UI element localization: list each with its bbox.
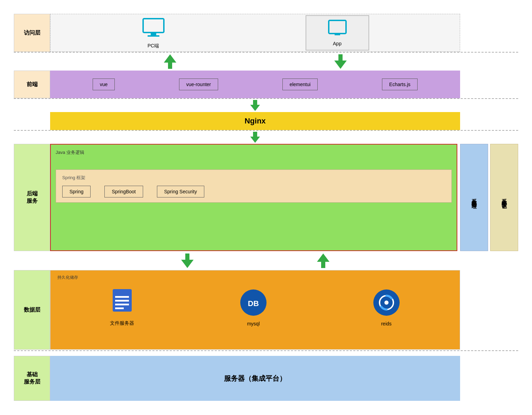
tech-vue-router: vue-rounter (179, 79, 218, 90)
security-panel: 系统安全认证 (490, 144, 518, 251)
arrow-down-2 (250, 100, 260, 111)
svg-point-13 (384, 301, 389, 305)
svg-text:DB: DB (248, 299, 259, 308)
svg-rect-2 (148, 35, 159, 37)
nginx-label: Nginx (244, 117, 265, 126)
access-label: 访问层 (14, 14, 50, 52)
svg-rect-8 (115, 304, 129, 305)
arrow-down-4 (181, 253, 194, 268)
svg-rect-6 (115, 296, 129, 298)
arrow-row-4 (14, 251, 518, 270)
base-label: 基础 服务层 (14, 356, 50, 401)
data-section: 持久化储存 文件服务器 (50, 270, 460, 350)
pc-device: PC端 (141, 17, 166, 49)
data-icons-row: 文件服务器 DB mysql (57, 287, 453, 330)
db-icon: DB (240, 289, 267, 317)
svg-rect-7 (115, 300, 129, 302)
arrow-row-3 (14, 131, 518, 144)
pc-label: PC端 (148, 43, 159, 49)
file-server-label: 文件服务器 (110, 320, 134, 326)
redis-item: reids (373, 289, 400, 326)
nginx-layer-row: Nginx (14, 112, 518, 130)
java-logic-label: Java 业务逻辑 (56, 149, 452, 156)
arrow-down-3 (250, 132, 260, 143)
file-server-item: 文件服务器 (110, 287, 134, 326)
data-label: 数据层 (14, 270, 50, 350)
access-layer-row: 访问层 PC端 (14, 14, 518, 52)
arrow-up-4 (317, 253, 329, 268)
frontend-section: vue vue-rounter elementui Echarts.js (50, 71, 460, 98)
tech-vue: vue (93, 79, 115, 90)
svg-rect-4 (335, 34, 340, 35)
svg-rect-1 (151, 33, 156, 35)
data-layer-row: 数据层 持久化储存 文件服务器 (14, 270, 518, 350)
access-right-spacer (460, 14, 518, 52)
frontend-label: 前端 (14, 71, 50, 98)
file-icon (111, 287, 133, 317)
tablet-icon (327, 19, 348, 39)
backend-section: Java 业务逻辑 Spring 框架 Spring SpringBoot Sp… (50, 144, 457, 251)
tech-elementui: elementui (282, 79, 318, 90)
persistence-label: 持久化储存 (57, 275, 453, 280)
svg-rect-3 (329, 20, 346, 34)
backend-layer-row: 后端 服务 Java 业务逻辑 Spring 框架 Spring SpringB… (14, 144, 518, 251)
spring-security-box: Spring Security (157, 186, 204, 197)
frontend-layer-row: 前端 vue vue-rounter elementui Echarts.js (14, 71, 518, 98)
auth-mgmt-panel: 系统权限管理 (460, 144, 488, 251)
svg-rect-9 (115, 307, 124, 309)
backend-label: 后端 服务 (14, 144, 50, 251)
access-section: PC端 App (50, 14, 460, 52)
monitor-icon (141, 17, 166, 41)
redis-icon (373, 289, 400, 317)
base-content: 服务器（集成平台） (50, 356, 460, 401)
arrow-row-2 (14, 99, 518, 112)
right-panels-backend: 系统权限管理 系统安全认证 (460, 144, 518, 251)
arrow-row-1 (14, 53, 518, 71)
svg-rect-0 (143, 19, 164, 33)
app-label: App (333, 41, 342, 46)
spring-boxes-row: Spring SpringBoot Spring Security (62, 186, 445, 197)
sep-4 (14, 350, 518, 351)
redis-label: reids (381, 321, 391, 326)
arrow-down-1 (334, 54, 347, 69)
server-label: 服务器（集成平台） (224, 374, 286, 383)
app-device: App (306, 15, 369, 50)
springboot-box: SpringBoot (104, 186, 143, 197)
nginx-section: Nginx (50, 112, 460, 130)
arrow-up-1 (164, 54, 176, 69)
spring-box: Spring (62, 186, 91, 197)
base-layer-row: 基础 服务层 服务器（集成平台） (14, 356, 518, 401)
mysql-item: DB mysql (240, 289, 267, 326)
spring-frame: Spring 框架 Spring SpringBoot Spring Secur… (56, 169, 452, 203)
spring-frame-label: Spring 框架 (62, 175, 445, 181)
mysql-label: mysql (247, 321, 260, 326)
tech-echarts: Echarts.js (382, 79, 418, 90)
